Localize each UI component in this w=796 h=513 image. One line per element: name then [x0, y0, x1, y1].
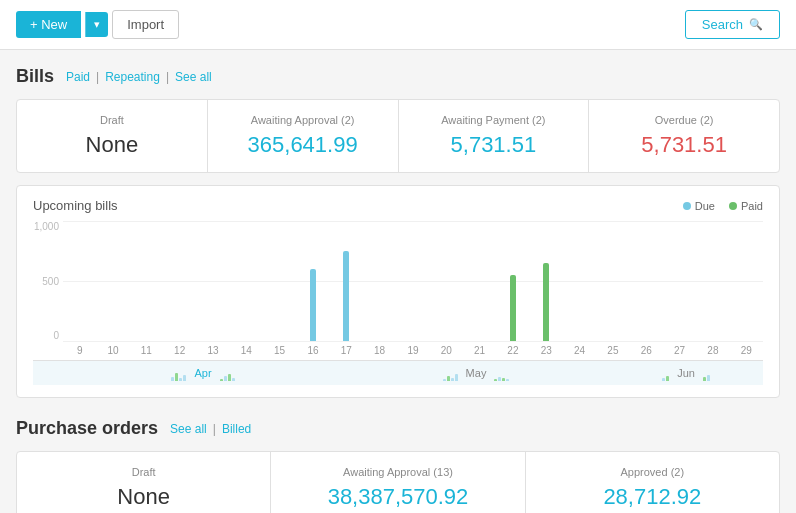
gridline-bot	[63, 341, 763, 342]
bar-group-3	[165, 221, 196, 341]
mini-bars-apr	[171, 365, 186, 381]
mini-bars-after-may	[494, 365, 509, 381]
x-label-10: 10	[96, 345, 129, 356]
bar-group-1	[98, 221, 129, 341]
bar-group-16	[597, 221, 628, 341]
bills-nav-paid[interactable]: Paid	[66, 70, 90, 84]
mini-bars-may	[443, 365, 458, 381]
y-label-1000: 1,000	[34, 221, 59, 232]
mini-bars-jun	[662, 365, 669, 381]
due-label: Due	[695, 200, 715, 212]
paid-label: Paid	[741, 200, 763, 212]
x-label-25: 25	[596, 345, 629, 356]
po-nav-seeall[interactable]: See all	[170, 422, 207, 436]
mini-bar	[502, 378, 505, 381]
y-label-0: 0	[53, 330, 59, 341]
x-axis: 9101112131415161718192021222324252627282…	[33, 341, 763, 356]
search-button[interactable]: Search 🔍	[685, 10, 780, 39]
bar-group-18	[663, 221, 694, 341]
main-content: Bills Paid | Repeating | See all Draft N…	[0, 50, 796, 513]
paid-bar-14	[543, 263, 549, 341]
mini-bars-after-jun	[703, 365, 710, 381]
po-stat-aa-value: 38,387,570.92	[287, 484, 508, 510]
x-label-20: 20	[430, 345, 463, 356]
mini-bar	[666, 376, 669, 381]
bills-stat-aa-label: Awaiting Approval (2)	[224, 114, 382, 126]
bar-group-9	[364, 221, 395, 341]
mini-bar	[171, 377, 174, 381]
mini-bar	[494, 379, 497, 381]
chart-legend: Due Paid	[683, 200, 763, 212]
bills-nav-seeall[interactable]: See all	[175, 70, 212, 84]
bills-stat-awaiting-approval: Awaiting Approval (2) 365,641.99	[208, 100, 399, 172]
po-stats-row: Draft None Awaiting Approval (13) 38,387…	[16, 451, 780, 513]
y-label-500: 500	[42, 276, 59, 287]
search-icon: 🔍	[749, 18, 763, 31]
bills-title: Bills	[16, 66, 54, 87]
month-section-apr: Apr	[63, 365, 343, 381]
po-stat-draft-value: None	[33, 484, 254, 510]
po-header: Purchase orders See all | Billed	[16, 418, 780, 439]
chart-title: Upcoming bills	[33, 198, 118, 213]
month-row: AprMayJun	[33, 360, 763, 385]
bar-group-0	[65, 221, 96, 341]
po-sep1: |	[213, 422, 216, 436]
mini-bar	[228, 374, 231, 381]
mini-bar	[220, 379, 223, 381]
due-bar-8	[343, 251, 349, 341]
x-label-23: 23	[530, 345, 563, 356]
x-label-14: 14	[230, 345, 263, 356]
chart-header: Upcoming bills Due Paid	[33, 198, 763, 213]
mini-bar	[455, 374, 458, 381]
bars-container	[63, 221, 763, 341]
po-stat-app-value: 28,712.92	[542, 484, 763, 510]
bar-group-7	[298, 221, 329, 341]
toolbar-right: Search 🔍	[685, 10, 780, 39]
import-button[interactable]: Import	[112, 10, 179, 39]
bar-group-15	[564, 221, 595, 341]
po-nav-billed[interactable]: Billed	[222, 422, 251, 436]
mini-bar	[451, 378, 454, 381]
toolbar-left: + New ▾ Import	[16, 10, 179, 39]
bar-group-20	[730, 221, 761, 341]
mini-bar	[179, 378, 182, 381]
sep1: |	[96, 70, 99, 84]
new-chevron-button[interactable]: ▾	[85, 12, 108, 37]
mini-bar	[707, 375, 710, 381]
bar-group-14	[530, 221, 561, 341]
bar-group-19	[696, 221, 727, 341]
toolbar: + New ▾ Import Search 🔍	[0, 0, 796, 50]
legend-paid: Paid	[729, 200, 763, 212]
bar-group-10	[397, 221, 428, 341]
po-stat-draft: Draft None	[17, 452, 271, 513]
new-button[interactable]: + New	[16, 11, 81, 38]
x-label-18: 18	[363, 345, 396, 356]
mini-bar	[443, 379, 446, 381]
x-label-22: 22	[496, 345, 529, 356]
mini-bar	[232, 378, 235, 381]
due-bar-7	[310, 269, 316, 341]
po-stat-draft-label: Draft	[33, 466, 254, 478]
bills-stat-ap-value: 5,731.51	[415, 132, 573, 158]
bills-nav: Paid | Repeating | See all	[66, 70, 212, 84]
po-stat-aa-label: Awaiting Approval (13)	[287, 466, 508, 478]
bar-group-17	[630, 221, 661, 341]
x-label-19: 19	[396, 345, 429, 356]
po-stat-app-label: Approved (2)	[542, 466, 763, 478]
x-label-24: 24	[563, 345, 596, 356]
y-axis: 1,000 500 0	[33, 221, 63, 341]
bills-stat-od-value: 5,731.51	[605, 132, 763, 158]
bills-stat-overdue: Overdue (2) 5,731.51	[589, 100, 779, 172]
bills-nav-repeating[interactable]: Repeating	[105, 70, 160, 84]
bar-group-11	[431, 221, 462, 341]
x-label-15: 15	[263, 345, 296, 356]
bar-group-5	[231, 221, 262, 341]
bills-stats-row: Draft None Awaiting Approval (2) 365,641…	[16, 99, 780, 173]
paid-bar-13	[510, 275, 516, 341]
bar-group-4	[198, 221, 229, 341]
x-label-28: 28	[696, 345, 729, 356]
x-label-29: 29	[730, 345, 763, 356]
bills-stat-draft-value: None	[33, 132, 191, 158]
bills-header: Bills Paid | Repeating | See all	[16, 66, 780, 87]
x-label-17: 17	[330, 345, 363, 356]
